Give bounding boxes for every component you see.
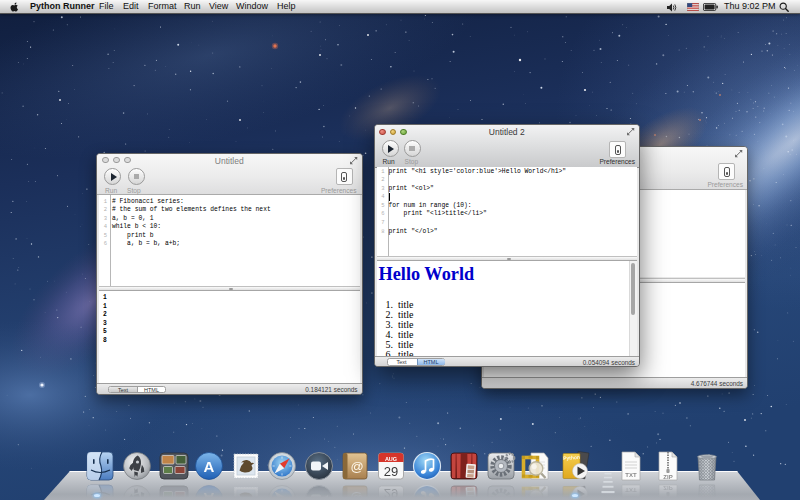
svg-text:ZIP: ZIP [663, 474, 672, 480]
svg-text:Python: Python [563, 454, 580, 461]
svg-text:29: 29 [384, 464, 398, 479]
svg-text:TXT: TXT [625, 472, 637, 478]
svg-text:A: A [204, 458, 215, 475]
svg-text:@: @ [350, 459, 363, 474]
svg-text:AUG: AUG [385, 456, 397, 462]
